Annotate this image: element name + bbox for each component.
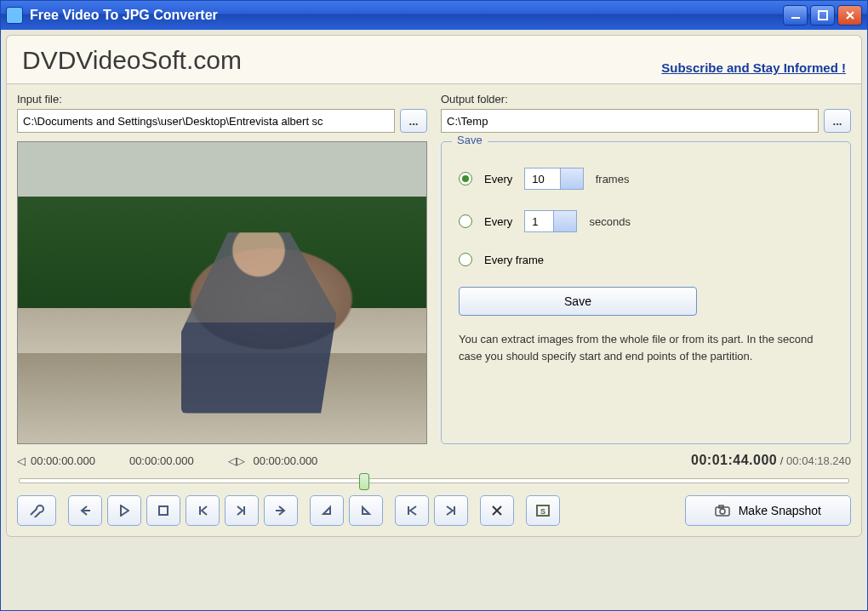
settings-button[interactable] bbox=[17, 495, 56, 526]
app-icon bbox=[6, 7, 23, 24]
subscribe-link[interactable]: Subscribe and Stay Informed ! bbox=[661, 60, 846, 75]
svg-rect-2 bbox=[159, 506, 168, 515]
output-folder-label: Output folder: bbox=[441, 93, 851, 106]
save-group: Save Every 10 frames bbox=[441, 141, 851, 444]
radio-every-frame[interactable] bbox=[459, 253, 472, 266]
time-display: 00:01:44.000 / 00:04:18.240 bbox=[691, 453, 851, 468]
triangle-right-icon bbox=[360, 505, 372, 517]
output-folder-field[interactable] bbox=[441, 109, 819, 133]
chevron-down-icon bbox=[553, 211, 576, 231]
input-browse-button[interactable]: ... bbox=[400, 109, 427, 133]
play-button[interactable] bbox=[107, 495, 141, 526]
play-icon bbox=[119, 505, 129, 517]
controls-row: S Make Snapshot bbox=[17, 495, 851, 526]
svg-rect-0 bbox=[791, 17, 800, 19]
input-file-field[interactable] bbox=[17, 109, 395, 133]
x-icon bbox=[491, 505, 503, 517]
seconds-unit: seconds bbox=[589, 215, 630, 228]
input-file-section: Input file: ... bbox=[17, 93, 427, 133]
opt-every-frame: Every frame bbox=[459, 253, 833, 266]
goto-start-icon bbox=[405, 505, 419, 517]
brand-label: DVDVideoSoft.com bbox=[22, 46, 242, 75]
main-panel: Input file: ... Output folder: ... bbox=[6, 83, 862, 537]
prev-button[interactable] bbox=[68, 495, 102, 526]
arrow-left-icon bbox=[79, 505, 91, 517]
step-back-icon bbox=[197, 505, 208, 517]
marker-start: ◁00:00:00.000 bbox=[17, 454, 95, 467]
maximize-button[interactable] bbox=[810, 5, 835, 26]
mark-out-button[interactable] bbox=[349, 495, 383, 526]
save-hint: You can extract images from the whole fi… bbox=[459, 331, 833, 364]
svg-rect-3 bbox=[537, 505, 549, 516]
frames-combo-value: 10 bbox=[525, 173, 559, 186]
client-area: DVDVideoSoft.com Subscribe and Stay Info… bbox=[1, 30, 867, 610]
minimize-button[interactable] bbox=[783, 5, 808, 26]
radio-every-seconds[interactable] bbox=[459, 214, 472, 228]
mark-in-button[interactable] bbox=[310, 495, 344, 526]
triangle-pair-icon: ◁▷ bbox=[228, 454, 245, 467]
frame-icon: S bbox=[535, 504, 551, 517]
svg-point-6 bbox=[720, 509, 725, 514]
frames-unit: frames bbox=[596, 173, 630, 186]
input-file-label: Input file: bbox=[17, 93, 427, 106]
opt-every-seconds: Every 1 seconds bbox=[459, 210, 833, 232]
output-browse-button[interactable]: ... bbox=[824, 109, 851, 133]
stop-icon bbox=[158, 505, 168, 516]
save-legend: Save bbox=[452, 134, 488, 146]
radio-every-seconds-label: Every bbox=[484, 215, 512, 228]
triangle-left-icon: ◁ bbox=[17, 454, 26, 467]
radio-every-frames[interactable] bbox=[459, 172, 472, 186]
seconds-combo-value: 1 bbox=[525, 215, 553, 228]
step-forward-icon bbox=[236, 505, 248, 517]
triangle-left-icon bbox=[321, 505, 333, 517]
svg-text:S: S bbox=[540, 507, 545, 516]
clear-marks-button[interactable] bbox=[480, 495, 514, 526]
marker-range: ◁▷ 00:00:00.000 bbox=[228, 454, 318, 467]
close-button[interactable] bbox=[837, 5, 862, 26]
jump-end-button[interactable] bbox=[434, 495, 468, 526]
header: DVDVideoSoft.com Subscribe and Stay Info… bbox=[6, 35, 862, 83]
arrow-right-icon bbox=[275, 505, 287, 517]
camera-icon bbox=[715, 505, 730, 517]
wrench-icon bbox=[28, 504, 45, 517]
titlebar: Free Video To JPG Converter bbox=[1, 1, 867, 30]
goto-end-icon bbox=[444, 505, 458, 517]
seek-slider[interactable] bbox=[19, 478, 849, 483]
jump-start-button[interactable] bbox=[395, 495, 429, 526]
marker-mid: 00:00:00.000 bbox=[129, 454, 194, 467]
radio-every-frame-label: Every frame bbox=[484, 254, 544, 266]
window-title: Free Video To JPG Converter bbox=[30, 8, 780, 23]
timeline-labels: ◁00:00:00.000 00:00:00.000 ◁▷ 00:00:00.0… bbox=[17, 453, 851, 468]
frame-forward-button[interactable] bbox=[225, 495, 259, 526]
stop-button[interactable] bbox=[146, 495, 180, 526]
frame-back-button[interactable] bbox=[186, 495, 220, 526]
chevron-down-icon bbox=[560, 168, 583, 189]
frames-combo[interactable]: 10 bbox=[524, 168, 583, 190]
snapshot-icon-button[interactable]: S bbox=[526, 495, 560, 526]
radio-every-frames-label: Every bbox=[484, 173, 512, 186]
svg-rect-1 bbox=[819, 11, 827, 20]
seek-thumb[interactable] bbox=[359, 473, 369, 490]
next-button[interactable] bbox=[264, 495, 298, 526]
opt-every-frames: Every 10 frames bbox=[459, 168, 833, 190]
time-total: 00:04:18.240 bbox=[786, 454, 851, 467]
seconds-combo[interactable]: 1 bbox=[524, 210, 577, 232]
save-button[interactable]: Save bbox=[459, 287, 697, 316]
output-folder-section: Output folder: ... bbox=[441, 93, 851, 133]
video-preview bbox=[17, 141, 427, 444]
time-current: 00:01:44.000 bbox=[691, 453, 777, 467]
app-window: Free Video To JPG Converter DVDVideoSoft… bbox=[0, 0, 868, 611]
io-row: Input file: ... Output folder: ... bbox=[17, 93, 851, 133]
make-snapshot-label: Make Snapshot bbox=[739, 504, 821, 517]
seek-track bbox=[19, 478, 849, 483]
make-snapshot-button[interactable]: Make Snapshot bbox=[685, 495, 851, 526]
